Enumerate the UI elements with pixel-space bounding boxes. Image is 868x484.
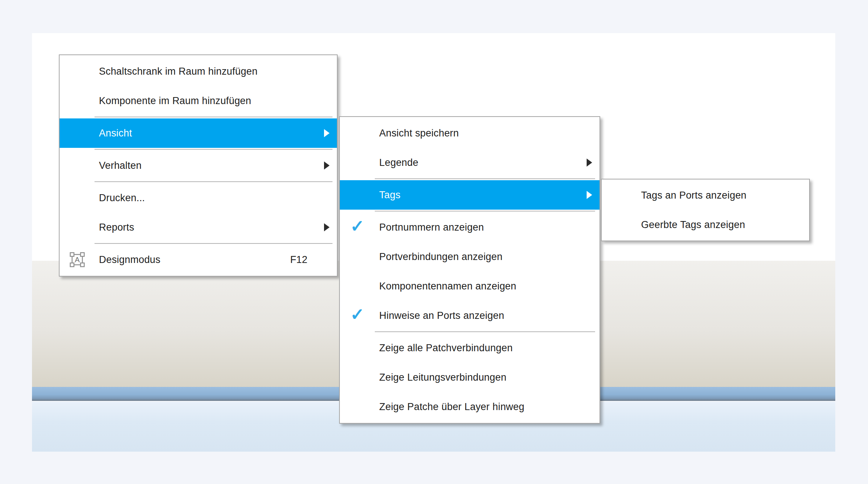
menu-separator xyxy=(375,331,595,332)
menu-item-komponentennamen-anzeigen[interactable]: Komponentennamen anzeigen xyxy=(340,271,600,301)
menu-separator xyxy=(95,181,332,182)
menu-item-label: Hinweise an Ports anzeigen xyxy=(379,310,504,321)
design-mode-icon: A xyxy=(68,251,87,268)
menu-separator xyxy=(375,211,595,211)
menu-item-zeige-leitungsverbindungen[interactable]: Zeige Leitungsverbindungen xyxy=(340,363,600,392)
menu-item-tags[interactable]: Tags xyxy=(340,180,600,210)
menu-item-ansicht-speichern[interactable]: Ansicht speichern xyxy=(340,118,600,148)
menu-item-label: Schaltschrank im Raum hinzufügen xyxy=(99,66,257,77)
context-menu: Schaltschrank im Raum hinzufügen Kompone… xyxy=(59,54,338,277)
menu-item-zeige-alle-patchverbindungen[interactable]: Zeige alle Patchverbindungen xyxy=(340,333,600,363)
menu-item-verhalten[interactable]: Verhalten xyxy=(60,151,337,180)
menu-separator xyxy=(95,149,332,150)
menu-separator xyxy=(95,243,332,244)
menu-item-tags-an-ports-anzeigen[interactable]: Tags an Ports anzeigen xyxy=(602,181,809,210)
menu-separator xyxy=(95,117,332,117)
menu-item-label: Ansicht xyxy=(99,128,132,139)
menu-item-label: Tags an Ports anzeigen xyxy=(641,190,747,201)
menu-item-label: Reports xyxy=(99,222,134,233)
check-icon: ✓ xyxy=(350,218,364,235)
submenu-arrow-icon xyxy=(324,161,330,170)
menu-item-label: Designmodus xyxy=(99,254,160,266)
menu-item-label: Legende xyxy=(379,157,419,168)
submenu-arrow-icon xyxy=(324,223,330,231)
menu-item-label: Zeige Leitungsverbindungen xyxy=(379,372,506,383)
submenu-arrow-icon xyxy=(587,159,592,167)
menu-item-label: Verhalten xyxy=(99,160,142,171)
menu-item-add-cabinet[interactable]: Schaltschrank im Raum hinzufügen xyxy=(60,57,337,86)
menu-item-add-component[interactable]: Komponente im Raum hinzufügen xyxy=(60,86,337,115)
menu-item-label: Portnummern anzeigen xyxy=(379,222,484,233)
menu-item-legende[interactable]: Legende xyxy=(340,148,600,177)
menu-item-label: Tags xyxy=(379,189,401,201)
menu-separator xyxy=(375,178,595,179)
menu-item-label: Zeige alle Patchverbindungen xyxy=(379,342,513,354)
check-icon: ✓ xyxy=(350,306,364,323)
menu-item-hinweise-an-ports-anzeigen[interactable]: ✓ Hinweise an Ports anzeigen xyxy=(340,301,600,330)
menu-item-shortcut: F12 xyxy=(290,254,307,266)
ansicht-submenu: Ansicht speichern Legende Tags ✓ Portnum… xyxy=(339,116,600,424)
menu-item-portverbindungen-anzeigen[interactable]: Portverbindungen anzeigen xyxy=(340,242,600,271)
menu-item-drucken[interactable]: Drucken... xyxy=(60,183,337,213)
submenu-arrow-icon xyxy=(587,191,592,199)
menu-item-label: Komponente im Raum hinzufügen xyxy=(99,95,251,107)
submenu-arrow-icon xyxy=(324,129,330,137)
menu-item-zeige-patche-ueber-layer[interactable]: Zeige Patche über Layer hinweg xyxy=(340,392,600,421)
menu-item-designmodus[interactable]: A Designmodus F12 xyxy=(60,245,337,274)
menu-item-label: Drucken... xyxy=(99,192,145,204)
menu-item-ansicht[interactable]: Ansicht xyxy=(60,118,337,148)
menu-item-geerbte-tags-anzeigen[interactable]: Geerbte Tags anzeigen xyxy=(602,210,809,239)
tags-submenu: Tags an Ports anzeigen Geerbte Tags anze… xyxy=(601,179,810,241)
menu-item-label: Portverbindungen anzeigen xyxy=(379,251,502,263)
svg-text:A: A xyxy=(75,256,80,264)
menu-item-reports[interactable]: Reports xyxy=(60,213,337,242)
menu-item-label: Geerbte Tags anzeigen xyxy=(641,219,745,231)
menu-item-portnummern-anzeigen[interactable]: ✓ Portnummern anzeigen xyxy=(340,213,600,242)
menu-item-label: Ansicht speichern xyxy=(379,128,459,139)
menu-item-label: Komponentennamen anzeigen xyxy=(379,281,516,292)
menu-item-label: Zeige Patche über Layer hinweg xyxy=(379,401,524,413)
